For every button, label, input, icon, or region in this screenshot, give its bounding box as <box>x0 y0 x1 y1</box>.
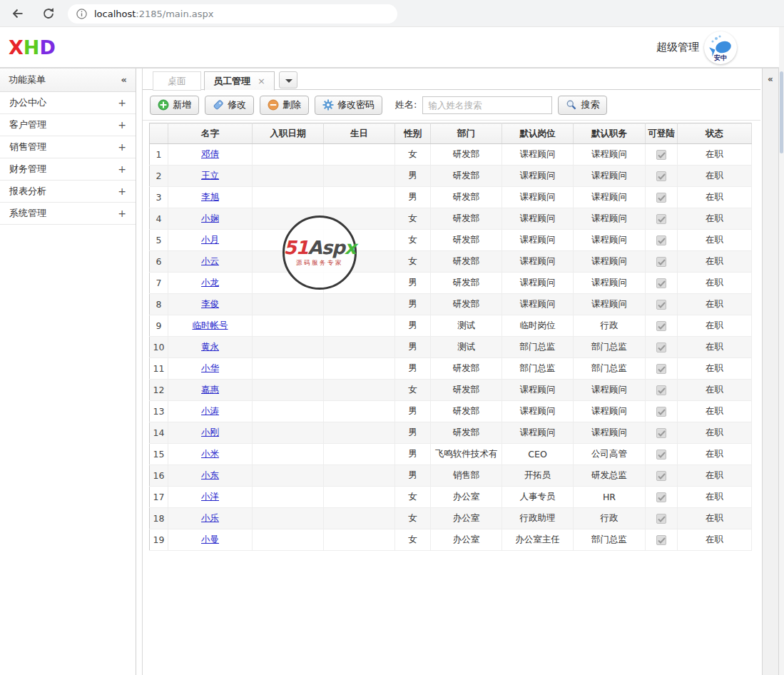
employee-name-link[interactable]: 小月 <box>201 234 219 245</box>
table-row[interactable]: 10黄永男测试部门总监部门总监在职 <box>150 337 752 358</box>
employee-name-link[interactable]: 小刚 <box>201 427 219 437</box>
toolbar-button-edit[interactable]: 修改 <box>205 96 254 115</box>
can-login-checkbox[interactable] <box>656 535 666 545</box>
url-bar[interactable]: localhost:2185/main.aspx <box>68 4 397 24</box>
gender-cell: 男 <box>395 187 431 208</box>
toolbar-button-label: 修改密码 <box>337 98 375 111</box>
sidebar-item-label: 客户管理 <box>9 119 46 130</box>
can-login-checkbox[interactable] <box>656 214 666 224</box>
can-login-checkbox[interactable] <box>656 150 666 160</box>
employee-name-link[interactable]: 黄永 <box>201 341 219 352</box>
can-login-checkbox[interactable] <box>656 407 666 417</box>
can-login-checkbox[interactable] <box>656 492 666 502</box>
employee-name-link[interactable]: 小云 <box>201 255 219 266</box>
tab-close-icon[interactable]: × <box>258 76 265 86</box>
table-row[interactable]: 1邓倩女研发部课程顾问课程顾问在职 <box>150 144 752 166</box>
employee-name-link[interactable]: 小洋 <box>201 491 219 502</box>
toolbar-button-delete[interactable]: 删除 <box>260 96 309 115</box>
sidebar-collapse-icon[interactable]: « <box>121 68 127 91</box>
toolbar-button-add[interactable]: 新增 <box>150 96 199 115</box>
toolbar-button-change-password[interactable]: 修改密码 <box>315 96 382 115</box>
info-icon[interactable] <box>76 9 87 19</box>
employee-name-link[interactable]: 小涛 <box>201 405 219 416</box>
back-icon[interactable] <box>11 6 25 21</box>
employee-name-link[interactable]: 小乐 <box>201 512 219 523</box>
can-login-checkbox[interactable] <box>656 471 666 481</box>
table-row[interactable]: 3李旭男研发部课程顾问课程顾问在职 <box>150 187 752 208</box>
url-path: :2185/main.aspx <box>136 9 213 19</box>
table-row[interactable]: 6小云女研发部课程顾问课程顾问在职 <box>150 251 752 273</box>
employee-name-link[interactable]: 小东 <box>201 470 219 480</box>
table-row[interactable]: 11小华男研发部部门总监部门总监在职 <box>150 358 752 380</box>
birthday-cell <box>324 465 395 487</box>
employee-name-link[interactable]: 小米 <box>201 448 219 459</box>
sidebar-item-办公中心[interactable]: 办公中心+ <box>0 92 136 114</box>
sidebar-item-报表分析[interactable]: 报表分析+ <box>0 181 136 203</box>
status-cell: 在职 <box>678 251 752 273</box>
name-cell: 李旭 <box>168 187 253 208</box>
can-login-checkbox[interactable] <box>656 364 666 374</box>
employee-name-link[interactable]: 小曼 <box>201 534 219 544</box>
can-login-checkbox[interactable] <box>656 321 666 331</box>
tab-dropdown-button[interactable] <box>279 71 297 88</box>
table-row[interactable]: 7小龙男研发部课程顾问课程顾问在职 <box>150 273 752 294</box>
scrollbar-thumb[interactable] <box>780 71 783 153</box>
can-login-checkbox[interactable] <box>656 514 666 524</box>
table-row[interactable]: 9临时帐号男测试临时岗位行政在职 <box>150 315 752 337</box>
employee-name-link[interactable]: 李旭 <box>201 191 219 202</box>
table-row[interactable]: 19小曼女办公室办公室主任部门总监在职 <box>150 529 752 551</box>
app-logo-letter: H <box>24 36 40 59</box>
can-login-checkbox[interactable] <box>656 450 666 460</box>
employee-name-link[interactable]: 小华 <box>201 362 219 373</box>
table-row[interactable]: 2王立男研发部课程顾问课程顾问在职 <box>150 166 752 187</box>
table-row[interactable]: 16小东男销售部开拓员研发总监在职 <box>150 465 752 487</box>
can-login-checkbox[interactable] <box>656 385 666 395</box>
search-button-label: 搜索 <box>581 98 599 111</box>
app-logo-letter: X <box>9 36 24 59</box>
can-login-checkbox[interactable] <box>656 257 666 267</box>
employee-name-link[interactable]: 邓倩 <box>201 148 219 159</box>
employee-name-link[interactable]: 王立 <box>201 170 219 181</box>
can-login-checkbox[interactable] <box>656 278 666 288</box>
employee-name-link[interactable]: 小娴 <box>201 213 219 223</box>
dept-cell: 测试 <box>431 315 502 337</box>
employee-name-link[interactable]: 小龙 <box>201 277 219 288</box>
tab-员工管理[interactable]: 员工管理× <box>204 71 275 91</box>
column-header: 状态 <box>678 123 752 144</box>
tab-bar: 桌面员工管理× <box>143 68 760 90</box>
table-row[interactable]: 4小娴女研发部课程顾问课程顾问在职 <box>150 208 752 230</box>
post-cell: 课程顾问 <box>502 401 574 422</box>
user-role-label[interactable]: 超级管理 <box>656 41 699 54</box>
employee-name-link[interactable]: 李俊 <box>201 298 219 309</box>
search-button[interactable]: 搜索 <box>558 96 607 115</box>
east-collapse-icon[interactable]: « <box>768 74 773 84</box>
sidebar-item-销售管理[interactable]: 销售管理+ <box>0 136 136 158</box>
status-cell: 在职 <box>678 273 752 294</box>
can-login-checkbox[interactable] <box>656 235 666 245</box>
can-login-checkbox[interactable] <box>656 342 666 352</box>
name-search-input[interactable] <box>422 96 552 114</box>
can-login-checkbox[interactable] <box>656 171 666 181</box>
sidebar-item-系统管理[interactable]: 系统管理+ <box>0 203 136 225</box>
sidebar-item-客户管理[interactable]: 客户管理+ <box>0 114 136 136</box>
hire-date-cell <box>253 187 324 208</box>
can-login-checkbox[interactable] <box>656 300 666 310</box>
employee-name-link[interactable]: 嘉惠 <box>201 384 219 395</box>
table-row[interactable]: 5小月女研发部课程顾问课程顾问在职 <box>150 230 752 251</box>
content-panel: 桌面员工管理× 新增修改删除修改密码 姓名: 搜索 名字入职日期生日性别部门默认… <box>142 68 760 675</box>
can-login-checkbox[interactable] <box>656 193 666 203</box>
table-row[interactable]: 8李俊男研发部课程顾问课程顾问在职 <box>150 294 752 315</box>
table-row[interactable]: 15小米男飞鸣软件技术有CEO公司高管在职 <box>150 444 752 465</box>
birthday-cell <box>324 273 395 294</box>
refresh-icon[interactable] <box>41 6 56 21</box>
employee-name-link[interactable]: 临时帐号 <box>193 320 228 330</box>
sidebar-item-财务管理[interactable]: 财务管理+ <box>0 158 136 181</box>
can-login-checkbox[interactable] <box>656 428 666 438</box>
table-row[interactable]: 12嘉惠女研发部课程顾问课程顾问在职 <box>150 380 752 401</box>
table-row[interactable]: 13小涛男研发部课程顾问课程顾问在职 <box>150 401 752 422</box>
tab-桌面[interactable]: 桌面 <box>153 71 201 91</box>
table-row[interactable]: 17小洋女办公室人事专员HR在职 <box>150 487 752 508</box>
sidebar-item-label: 办公中心 <box>9 97 46 108</box>
table-row[interactable]: 14小刚男研发部课程顾问课程顾问在职 <box>150 422 752 444</box>
table-row[interactable]: 18小乐女办公室行政助理行政在职 <box>150 508 752 529</box>
